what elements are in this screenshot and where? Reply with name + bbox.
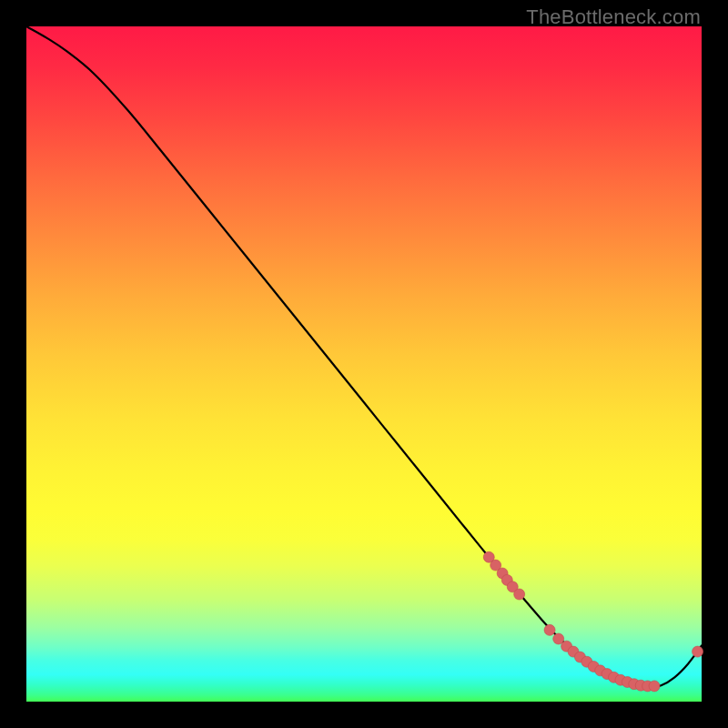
data-points — [483, 551, 703, 692]
bottleneck-curve — [26, 26, 702, 688]
chart-svg — [26, 26, 702, 702]
data-point — [649, 681, 660, 692]
data-point — [514, 589, 525, 600]
data-point — [693, 646, 703, 657]
data-point — [544, 624, 555, 635]
